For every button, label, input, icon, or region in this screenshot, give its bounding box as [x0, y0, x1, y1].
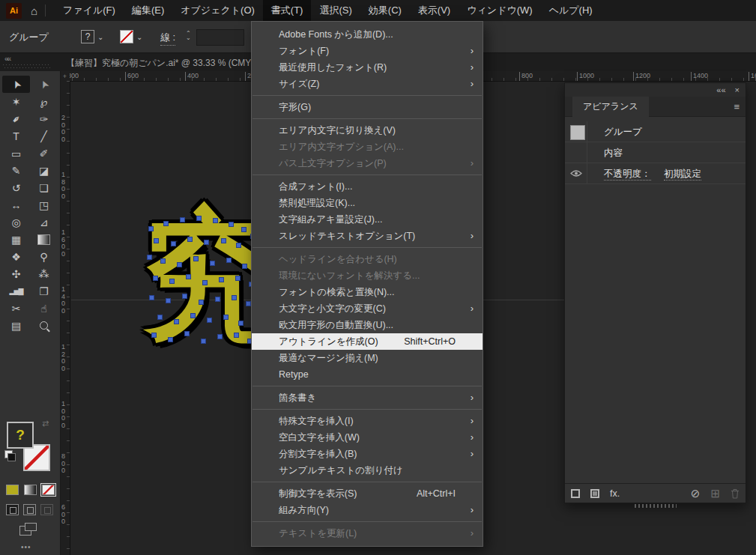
anchor-point[interactable]	[242, 264, 247, 269]
direct-selection-tool[interactable]: ➤	[30, 76, 58, 93]
line-segment-tool[interactable]: ╱	[30, 127, 58, 145]
anchor-point[interactable]	[199, 300, 204, 305]
home-icon[interactable]: ⌂	[31, 4, 37, 17]
anchor-point[interactable]	[226, 258, 232, 263]
zoom-tool[interactable]	[30, 317, 58, 334]
menu-item[interactable]: サンプルテキストの割り付け	[252, 462, 483, 479]
menu-item[interactable]: 空白文字を挿入(W)›	[252, 429, 483, 446]
anchor-point[interactable]	[201, 339, 206, 344]
vertical-ruler[interactable]: 200018001600140012001000800600	[60, 81, 70, 555]
document-tab-title[interactable]: 【練習】究極の朝ごパン.ai* @ 33.33 % (CMYK/プレ	[66, 57, 278, 70]
menu-item[interactable]: 文字組みアキ量設定(J)...	[252, 211, 483, 228]
menu-item[interactable]: 制御文字を表示(S)Alt+Ctrl+I	[252, 485, 483, 502]
fill-color-proxy[interactable]: ?	[7, 422, 34, 449]
width-tool[interactable]: ↔	[2, 196, 30, 213]
ruler-origin[interactable]: +	[60, 71, 70, 81]
anchor-point[interactable]	[168, 337, 173, 342]
anchor-point[interactable]	[148, 226, 154, 231]
screen-mode-button[interactable]	[19, 523, 36, 536]
anchor-point[interactable]	[193, 256, 199, 261]
stroke-weight-stepper[interactable]: ⌃ ⌄	[186, 31, 191, 40]
appearance-row-opacity[interactable]: 不透明度： 初期設定	[565, 163, 746, 184]
add-new-stroke-icon[interactable]	[571, 489, 580, 498]
anchor-point[interactable]	[149, 295, 154, 300]
anchor-point[interactable]	[213, 218, 218, 223]
anchor-point[interactable]	[171, 241, 176, 246]
menu-item[interactable]: 組み方向(Y)›	[252, 502, 483, 518]
menu-item[interactable]: フォントの検索と置換(N)...	[252, 284, 483, 300]
clear-appearance-icon[interactable]: ⊘	[691, 489, 701, 498]
curvature-tool[interactable]: ✑	[30, 110, 58, 127]
graph-tool[interactable]: ▂▅▇	[2, 282, 30, 300]
visibility-eye-icon[interactable]	[570, 169, 582, 178]
symbol-sprayer-tool[interactable]: ⁂	[30, 265, 58, 282]
pen-tool[interactable]: ✒	[2, 110, 30, 127]
menubar-item[interactable]: オブジェクト(O)	[172, 0, 263, 21]
menu-item[interactable]: 最近使用したフォント(R)›	[252, 59, 483, 76]
anchor-point[interactable]	[219, 277, 224, 282]
anchor-point[interactable]	[235, 276, 241, 281]
artboard-tool[interactable]: ❐	[30, 282, 58, 300]
type-tool[interactable]: T	[2, 127, 30, 145]
default-fill-stroke-icon[interactable]	[4, 450, 15, 461]
anchor-point[interactable]	[232, 295, 237, 300]
menu-item[interactable]: アウトラインを作成(O)Shift+Ctrl+O	[252, 333, 483, 350]
anchor-point[interactable]	[236, 243, 241, 248]
close-panel-icon[interactable]: ×	[735, 86, 740, 94]
anchor-point[interactable]	[157, 315, 163, 320]
anchor-point[interactable]	[241, 227, 247, 232]
stepper-down-icon[interactable]: ⌄	[186, 36, 191, 40]
menu-item[interactable]: スレッドテキストオプション(T)›	[252, 228, 483, 244]
anchor-point[interactable]	[160, 258, 166, 264]
draw-normal-button[interactable]	[6, 504, 19, 515]
menu-item[interactable]: サイズ(Z)›	[252, 76, 483, 92]
rotate-tool[interactable]: ↺	[2, 179, 30, 196]
rectangle-tool[interactable]: ▭	[2, 145, 30, 162]
menu-item[interactable]: 箇条書き›	[252, 389, 483, 406]
free-transform-tool[interactable]: ◳	[30, 196, 58, 213]
blend-tool[interactable]: ❖	[2, 248, 30, 265]
menu-item[interactable]: 禁則処理設定(K)...	[252, 195, 483, 211]
perspective-grid-tool[interactable]: ⊿	[30, 213, 58, 231]
panel-menu-icon[interactable]: ≡	[734, 101, 740, 112]
fill-color-swatch[interactable]: ?	[81, 30, 94, 43]
stroke-dropdown-chevron-icon[interactable]: ⌄	[136, 33, 142, 41]
menubar-item[interactable]: 編集(E)	[124, 0, 172, 21]
add-new-fill-icon[interactable]	[590, 489, 599, 498]
puppet-warp-tool[interactable]: ✣	[2, 265, 30, 282]
anchor-point[interactable]	[166, 298, 171, 303]
menu-item[interactable]: フォント(F)›	[252, 43, 483, 59]
anchor-point[interactable]	[215, 297, 220, 302]
opacity-label[interactable]: 不透明度：	[604, 169, 651, 181]
appearance-row-contents[interactable]: 内容	[565, 142, 746, 163]
panel-resize-grip[interactable]	[635, 504, 677, 508]
menu-item[interactable]: 合成フォント(I)...	[252, 178, 483, 195]
tab-appearance[interactable]: アピアランス	[572, 97, 649, 117]
color-button[interactable]	[6, 485, 19, 495]
toolbar-collapse-icon[interactable]: ««	[4, 55, 10, 63]
appearance-row-group[interactable]: グループ	[565, 121, 746, 142]
print-tiling-tool[interactable]: ▤	[2, 317, 30, 334]
menubar-item[interactable]: 表示(V)	[410, 0, 459, 21]
anchor-point[interactable]	[151, 333, 157, 338]
anchor-point[interactable]	[207, 318, 212, 323]
eyedropper-tool[interactable]: ⚲	[30, 248, 58, 265]
menu-item[interactable]: Adobe Fonts から追加(D)...	[252, 26, 483, 43]
edit-toolbar-dots-icon[interactable]: •••	[21, 543, 31, 551]
menu-item[interactable]: 欧文用字形の自動置換(U)...	[252, 317, 483, 333]
shaper-tool[interactable]: ✎	[2, 162, 30, 179]
anchor-point[interactable]	[217, 334, 223, 339]
opacity-value-link[interactable]: 初期設定	[664, 169, 701, 181]
anchor-point[interactable]	[147, 255, 152, 260]
menubar-item[interactable]: 書式(T)	[263, 0, 312, 21]
stroke-color-swatch[interactable]	[120, 30, 133, 43]
anchor-point[interactable]	[196, 216, 202, 221]
app-logo-icon[interactable]: Ai	[6, 3, 22, 19]
mesh-tool[interactable]: ▦	[2, 231, 30, 248]
eraser-tool[interactable]: ◪	[30, 162, 58, 179]
menubar-item[interactable]: ウィンドウ(W)	[459, 0, 540, 21]
stroke-weight-field[interactable]	[196, 29, 244, 46]
anchor-point[interactable]	[177, 262, 182, 267]
lasso-tool[interactable]: ℘	[30, 93, 58, 110]
menu-item[interactable]: 大文字と小文字の変更(C)›	[252, 300, 483, 317]
